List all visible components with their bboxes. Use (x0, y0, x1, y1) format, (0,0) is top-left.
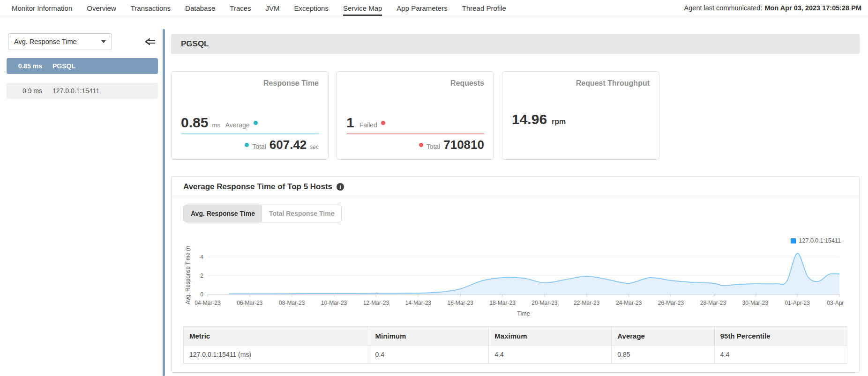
card-spacer (512, 126, 650, 151)
card-value-unit: ms (212, 122, 220, 129)
x-axis-title: Time (517, 310, 530, 317)
y-axis-title: Avg. Response Time (ms) (185, 246, 191, 304)
host-stats-table: MetricMinimumMaximumAverage95th Percenti… (183, 326, 847, 364)
y-tick-label: 0 (200, 291, 203, 298)
agent-last-communicated: Agent last communicated: Mon Apr 03, 202… (684, 0, 868, 16)
legend-swatch (791, 238, 796, 243)
info-icon[interactable]: i (337, 183, 344, 191)
x-tick-label: 04-Mar-23 (195, 300, 221, 306)
x-tick-label: 01-Apr-23 (785, 300, 810, 306)
table-cell: 127.0.0.1:15411 (ms) (184, 346, 369, 364)
table-header-95th-percentile: 95th Percentile (714, 327, 847, 346)
metric-cards: Response Time0.85msAverageTotal607.42sec… (171, 71, 860, 160)
sidebar: Avg. Response Time 0.85 msPGSQL0.9 ms127… (0, 16, 163, 376)
card-value-row: 1Failed (346, 116, 484, 130)
card-requests: Requests1FailedTotal710810 (337, 71, 494, 160)
status-dot (254, 121, 258, 125)
app-root: Monitor InformationOverviewTransactionsD… (0, 0, 868, 376)
host-item-value: 0.9 ms (7, 87, 42, 95)
content-area: Avg. Response Time 0.85 msPGSQL0.9 ms127… (0, 16, 868, 376)
chart-legend: 127.0.0.1:15411 (183, 237, 841, 244)
chart-panel-title: Average Response Time of Top 5 Hosts (183, 182, 332, 192)
sidebar-controls: Avg. Response Time (0, 33, 163, 50)
sidebar-item-127-0-0-1-15411[interactable]: 0.9 ms127.0.0.1:15411 (7, 83, 158, 99)
card-value-row: 0.85msAverage (181, 116, 319, 130)
host-item-name: 127.0.0.1:15411 (52, 87, 99, 95)
nav-item-thread-profile[interactable]: Thread Profile (462, 0, 506, 16)
sidebar-item-pgsql[interactable]: 0.85 msPGSQL (7, 58, 158, 74)
agent-time: Mon Apr 03, 2023 17:05:28 PM (764, 4, 861, 12)
table-header-maximum: Maximum (489, 327, 612, 346)
chevron-down-icon (101, 40, 106, 43)
host-item-value: 0.85 ms (7, 62, 42, 70)
x-tick-label: 30-Mar-23 (742, 300, 769, 306)
table-cell: 0.85 (612, 346, 714, 364)
x-tick-label: 10-Mar-23 (321, 300, 347, 306)
nav-item-transactions[interactable]: Transactions (131, 0, 171, 16)
page-title-text: PGSQL (181, 39, 209, 49)
table-header-minimum: Minimum (369, 327, 489, 346)
host-item-name: PGSQL (52, 62, 75, 70)
nav-item-app-parameters[interactable]: App Parameters (397, 0, 447, 16)
x-tick-label: 22-Mar-23 (574, 300, 600, 306)
card-total-row: Total607.42sec (181, 139, 319, 151)
status-dot (245, 143, 249, 147)
metric-dropdown[interactable]: Avg. Response Time (8, 33, 112, 50)
nav-item-traces[interactable]: Traces (230, 0, 251, 16)
tab-total-response-time[interactable]: Total Response Time (262, 205, 342, 222)
table-cell: 0.4 (369, 346, 489, 364)
nav-item-overview[interactable]: Overview (87, 0, 116, 16)
card-title: Request Throughput (512, 79, 650, 88)
y-tick-label: 4 (200, 254, 203, 260)
card-value-label: Failed (359, 121, 377, 129)
nav-tabs: Monitor InformationOverviewTransactionsD… (0, 0, 521, 16)
legend-label: 127.0.0.1:15411 (799, 237, 841, 244)
card-total-label: Total (252, 143, 266, 150)
card-response-time: Response Time0.85msAverageTotal607.42sec (171, 71, 329, 160)
nav-item-jvm[interactable]: JVM (266, 0, 280, 16)
main-panel: PGSQL Response Time0.85msAverageTotal607… (165, 16, 868, 376)
x-tick-label: 12-Mar-23 (363, 300, 389, 306)
collapse-sidebar-button[interactable] (144, 37, 156, 46)
table-cell: 4.4 (489, 346, 612, 364)
nav-item-exceptions[interactable]: Exceptions (294, 0, 329, 16)
metric-dropdown-value: Avg. Response Time (14, 38, 77, 45)
chart-panel: Average Response Time of Top 5 Hosts i A… (171, 176, 860, 373)
agent-label: Agent last communicated: (684, 4, 763, 12)
x-tick-label: 08-Mar-23 (279, 300, 305, 306)
page-title: PGSQL (171, 34, 860, 54)
chart-tabs: Avg. Response TimeTotal Response Time (183, 205, 342, 222)
collapse-left-icon (144, 37, 156, 46)
table-header-metric: Metric (184, 327, 369, 346)
x-tick-label: 26-Mar-23 (658, 300, 684, 306)
x-tick-label: 16-Mar-23 (448, 300, 474, 306)
status-dot (381, 121, 385, 125)
nav-item-database[interactable]: Database (185, 0, 215, 16)
card-title: Requests (346, 79, 484, 88)
card-request-throughput: Request Throughput14.96rpm (502, 71, 659, 160)
tab-avg-response-time[interactable]: Avg. Response Time (184, 205, 262, 222)
chart-panel-header: Average Response Time of Top 5 Hosts i (172, 177, 859, 197)
x-tick-label: 03-Apr-23 (827, 300, 844, 306)
card-total-value: 710810 (443, 139, 484, 151)
x-tick-label: 20-Mar-23 (531, 300, 558, 306)
card-total-unit: sec (310, 144, 319, 150)
card-divider-line (181, 133, 319, 134)
card-total-row: Total710810 (346, 139, 484, 151)
legend-item: 127.0.0.1:15411 (791, 237, 841, 244)
y-tick-label: 2 (200, 273, 203, 279)
nav-item-monitor-information[interactable]: Monitor Information (12, 0, 72, 16)
x-tick-label: 24-Mar-23 (616, 300, 642, 306)
nav-item-service-map[interactable]: Service Map (343, 0, 382, 16)
card-value: 1 (346, 116, 354, 130)
card-value-row: 14.96rpm (512, 112, 650, 126)
card-total-label: Total (427, 143, 441, 150)
top-nav: Monitor InformationOverviewTransactionsD… (0, 0, 868, 16)
response-time-chart: 02404-Mar-2306-Mar-2308-Mar-2310-Mar-231… (183, 246, 844, 320)
status-dot (419, 143, 423, 147)
card-value: 0.85 (181, 116, 208, 130)
chart-panel-body: Avg. Response TimeTotal Response Time 12… (172, 197, 859, 372)
table-header-average: Average (612, 327, 714, 346)
x-tick-label: 06-Mar-23 (237, 300, 263, 306)
table-cell: 4.4 (714, 346, 847, 364)
